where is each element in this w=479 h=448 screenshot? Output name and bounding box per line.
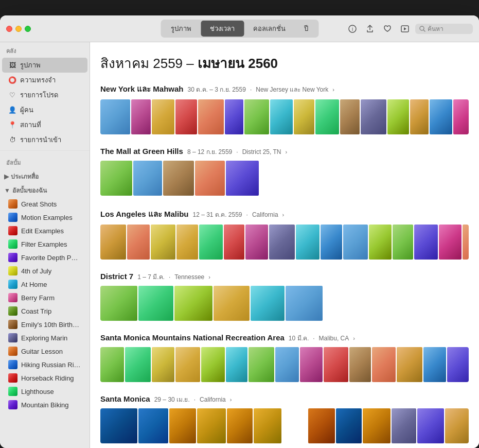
sidebar-item-filter-examples[interactable]: Filter Examples [2,237,87,251]
photo-cell[interactable] [175,99,197,134]
sidebar-item-berry-farm[interactable]: Berry Farm [2,291,87,304]
photo-cell[interactable] [174,286,212,321]
photo-cell[interactable] [201,347,225,382]
photo-cell[interactable] [100,225,126,260]
sidebar-item-hiking[interactable]: Hiking Russian Ridge [2,358,87,371]
photo-cell[interactable] [227,408,253,443]
close-button[interactable] [6,26,12,32]
photo-cell[interactable] [336,408,362,443]
photo-cell[interactable] [133,161,162,196]
sidebar-item-favorite-depth[interactable]: Favorite Depth Photo [2,251,87,264]
section-district7-arrow[interactable]: › [208,274,210,280]
photo-cell[interactable] [361,99,386,134]
photo-cell[interactable] [269,225,295,260]
photo-cell[interactable] [321,225,342,260]
section-santa-monica-arrow[interactable]: › [230,397,232,403]
photo-cell[interactable] [397,347,422,382]
photo-cell[interactable] [340,99,360,134]
photo-cell[interactable] [100,408,137,443]
sidebar-item-horseback-riding[interactable]: Horseback Riding [2,371,87,385]
photo-cell[interactable] [282,408,307,443]
sidebar-item-guitar-lesson[interactable]: Guitar Lesson [2,344,87,358]
sidebar-item-exploring-marin[interactable]: Exploring Marin [2,331,87,344]
section-district7-strip[interactable] [100,286,469,321]
photo-cell[interactable] [300,347,323,382]
photo-cell[interactable] [453,99,469,134]
photo-cell[interactable] [245,225,268,260]
minimize-button[interactable] [15,26,22,32]
photo-cell[interactable] [175,347,200,382]
share-button[interactable] [363,22,377,36]
photo-cell[interactable] [363,408,391,443]
photo-cell[interactable] [343,225,368,260]
photo-cell[interactable] [138,408,168,443]
photo-cell[interactable] [214,286,250,321]
sidebar-item-lighthouse[interactable]: Lighthouse [2,385,87,398]
sidebar-item-great-shots[interactable]: Great Shots [2,197,87,211]
sidebar-item-at-home[interactable]: At Home [2,278,87,291]
favorite-button[interactable] [380,22,395,36]
sidebar-item-emilys-birthday[interactable]: Emily's 10th Birthday [2,318,87,331]
photo-cell[interactable] [176,225,198,260]
photo-cell[interactable] [100,161,132,196]
sidebar-item-imports[interactable]: ⏱ รายการนำเข้า [2,132,87,147]
photo-cell[interactable] [226,347,247,382]
photo-cell[interactable] [225,99,243,134]
photo-cell[interactable] [127,225,150,260]
photo-cell[interactable] [251,286,285,321]
photo-cell[interactable] [226,161,259,196]
sidebar-item-motion-examples[interactable]: Motion Examples [2,211,87,224]
photo-cell[interactable] [131,99,151,134]
photo-cell[interactable] [163,161,194,196]
sidebar-item-coast-trip[interactable]: Coast Trip [2,304,87,318]
sidebar-item-4th-july[interactable]: 4th of July [2,264,87,278]
photo-cell[interactable] [294,99,314,134]
section-smm-strip[interactable] [100,347,469,382]
photo-cell[interactable] [324,347,348,382]
slideshow-button[interactable] [398,22,412,36]
photo-cell[interactable] [445,408,469,443]
media-types-toggle[interactable]: ▶ ประเภทสื่อ [0,169,90,183]
photo-cell[interactable] [138,286,173,321]
photo-cell[interactable] [349,347,371,382]
section-new-york-strip[interactable] [100,99,469,134]
section-smm-arrow[interactable]: › [353,335,355,341]
photo-cell[interactable] [410,99,429,134]
section-new-york-arrow[interactable]: › [332,87,334,93]
photo-cell[interactable] [151,225,175,260]
photo-cell[interactable] [249,347,274,382]
section-santa-monica-strip[interactable] [100,408,469,443]
photo-cell[interactable] [224,225,244,260]
tab-years[interactable]: ปี [295,21,317,37]
tab-moments[interactable]: ช่วงเวลา [201,21,244,37]
photo-cell[interactable] [387,99,409,134]
photo-cell[interactable] [270,99,293,134]
sidebar-item-memories[interactable]: ⭕ ความทรงจำ [2,73,87,88]
photo-cell[interactable] [372,347,396,382]
tab-collections[interactable]: คอลเลกชั่น [244,21,295,37]
search-input[interactable] [428,25,469,32]
photo-cell[interactable] [296,225,320,260]
section-mall-arrow[interactable]: › [285,149,287,155]
photo-cell[interactable] [417,408,444,443]
photo-cell[interactable] [198,99,224,134]
photo-cell[interactable] [244,99,269,134]
photo-cell[interactable] [463,225,469,260]
my-albums-toggle[interactable]: ▼ อัลบั้มของฉัน [0,183,90,197]
tab-photos[interactable]: รูปภาพ [162,21,201,37]
sidebar-item-photos[interactable]: 🖼 รูปภาพ [2,58,87,73]
section-la-arrow[interactable]: › [282,212,285,218]
photo-cell[interactable] [152,99,174,134]
sidebar-item-favorites[interactable]: ♡ รายการโปรด [2,88,87,102]
section-la-strip[interactable] [100,225,469,260]
photo-cell[interactable] [308,408,335,443]
photo-cell[interactable] [169,408,196,443]
photo-cell[interactable] [100,99,130,134]
photo-cell[interactable] [100,286,137,321]
photo-cell[interactable] [439,225,462,260]
photo-cell[interactable] [286,286,323,321]
photo-cell[interactable] [254,408,281,443]
sidebar-item-places[interactable]: 📍 สถานที่ [2,117,87,132]
photo-cell[interactable] [199,225,223,260]
photo-cell[interactable] [100,347,124,382]
